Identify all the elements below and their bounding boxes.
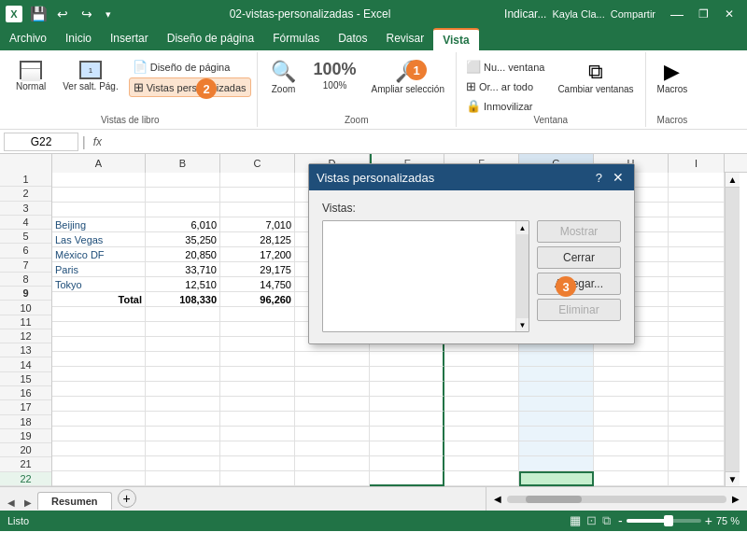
agregar-button[interactable]: Agregar... (537, 273, 621, 295)
eliminar-button[interactable]: Eliminar (537, 299, 621, 321)
cerrar-button[interactable]: Cerrar (537, 246, 621, 269)
mostrar-button[interactable]: Mostrar (537, 220, 621, 243)
dialog-overlay: Vistas personalizadas ? ✕ Vistas: ▲ ▼ (0, 0, 747, 560)
dialog-titlebar: Vistas personalizadas ? ✕ (309, 164, 634, 190)
dialog-title: Vistas personalizadas (317, 171, 434, 185)
views-list[interactable] (322, 220, 529, 332)
dialog-close-button[interactable]: ✕ (610, 169, 627, 186)
list-scroll-track (516, 234, 529, 318)
dialog-title-controls: ? ✕ (596, 169, 627, 186)
views-list-container: ▲ ▼ (322, 220, 529, 332)
dialog-buttons: Mostrar Cerrar Agregar... Eliminar (537, 220, 621, 321)
dialog-body: Vistas: ▲ ▼ Mostrar Cerrar Agregar... (309, 190, 634, 343)
list-scrollbar: ▲ ▼ (515, 221, 529, 331)
dialog-help-button[interactable]: ? (596, 171, 602, 185)
list-scroll-down[interactable]: ▼ (516, 318, 529, 331)
views-label: Vistas: (322, 202, 621, 215)
vistas-personalizadas-dialog: Vistas personalizadas ? ✕ Vistas: ▲ ▼ (308, 163, 635, 344)
list-scroll-up[interactable]: ▲ (516, 221, 529, 234)
badge-3: 3 (556, 276, 576, 297)
dialog-content: ▲ ▼ Mostrar Cerrar Agregar... Eliminar (322, 220, 621, 332)
